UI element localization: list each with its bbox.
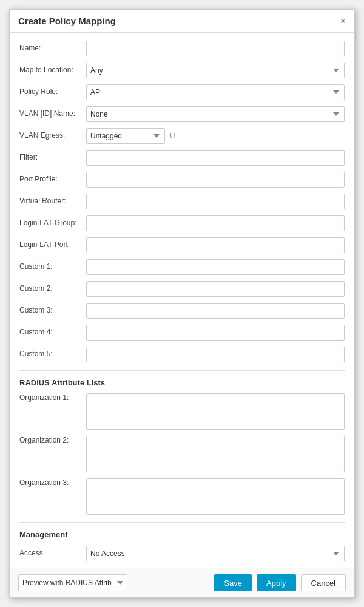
virtual-router-row: Virtual Router:	[19, 193, 345, 210]
custom3-row: Custom 3:	[19, 302, 345, 319]
custom4-input[interactable]	[86, 325, 345, 341]
custom4-label: Custom 4:	[19, 328, 86, 337]
virtual-router-label: Virtual Router:	[19, 197, 86, 206]
org3-label: Organization 3:	[19, 478, 86, 488]
custom2-label: Custom 2:	[19, 284, 86, 294]
login-lat-port-row: Login-LAT-Port:	[19, 237, 345, 254]
close-button[interactable]: ×	[340, 16, 346, 26]
radius-section-title: RADIUS Attribute Lists	[19, 378, 345, 387]
org2-row: Organization 2:	[19, 436, 345, 472]
port-profile-label: Port Profile:	[19, 175, 86, 185]
section-divider-2	[19, 522, 345, 523]
policy-role-label: Policy Role:	[19, 87, 86, 97]
login-lat-group-label: Login-LAT-Group:	[19, 219, 86, 228]
org3-row: Organization 3:	[19, 478, 345, 515]
custom3-label: Custom 3:	[19, 306, 86, 316]
login-lat-port-input[interactable]	[86, 237, 345, 253]
apply-button[interactable]: Apply	[257, 574, 296, 591]
vlan-id-name-select[interactable]: None	[86, 106, 345, 122]
custom5-label: Custom 5:	[19, 350, 86, 359]
port-profile-row: Port Profile:	[19, 171, 345, 188]
custom1-row: Custom 1:	[19, 259, 345, 276]
save-button[interactable]: Save	[214, 574, 252, 591]
custom5-input[interactable]	[86, 347, 345, 362]
vlan-egress-controls: Untagged U	[86, 128, 175, 144]
map-to-location-row: Map to Location: Any	[19, 62, 345, 79]
policy-role-row: Policy Role: AP	[19, 84, 345, 101]
cancel-button[interactable]: Cancel	[301, 574, 346, 591]
management-section-title: Management	[19, 530, 345, 539]
name-row: Name:	[19, 40, 345, 57]
create-policy-mapping-dialog: Create Policy Mapping × Name: Map to Loc…	[9, 9, 355, 598]
org1-textarea[interactable]	[86, 393, 345, 430]
dialog-title: Create Policy Mapping	[18, 16, 116, 26]
section-divider-1	[19, 370, 345, 371]
custom2-row: Custom 2:	[19, 280, 345, 297]
vlan-id-name-label: VLAN [ID] Name:	[19, 109, 86, 119]
access-label: Access:	[19, 549, 86, 558]
dialog-footer: Preview with RADIUS Attributes Save Appl…	[10, 568, 354, 597]
map-to-location-label: Map to Location:	[19, 66, 86, 75]
vlan-id-name-row: VLAN [ID] Name: None	[19, 106, 345, 123]
vlan-egress-row: VLAN Egress: Untagged U	[19, 127, 345, 144]
dialog-body: Name: Map to Location: Any Policy Role: …	[10, 33, 354, 568]
org1-row: Organization 1:	[19, 393, 345, 430]
access-select[interactable]: No Access	[86, 546, 345, 561]
org2-label: Organization 2:	[19, 436, 86, 446]
filter-row: Filter:	[19, 149, 345, 166]
access-row: Access: No Access	[19, 545, 345, 562]
custom1-label: Custom 1:	[19, 262, 86, 272]
dialog-header: Create Policy Mapping ×	[10, 10, 354, 33]
filter-input[interactable]	[86, 150, 345, 166]
policy-role-select[interactable]: AP	[86, 84, 345, 100]
footer-preview: Preview with RADIUS Attributes	[18, 574, 209, 591]
port-profile-input[interactable]	[86, 172, 345, 188]
custom2-input[interactable]	[86, 281, 345, 297]
map-to-location-select[interactable]: Any	[86, 63, 345, 78]
org1-label: Organization 1:	[19, 393, 86, 403]
name-label: Name:	[19, 44, 86, 53]
custom5-row: Custom 5:	[19, 346, 345, 363]
login-lat-group-row: Login-LAT-Group:	[19, 215, 345, 232]
filter-label: Filter:	[19, 153, 86, 163]
login-lat-port-label: Login-LAT-Port:	[19, 240, 86, 250]
custom3-input[interactable]	[86, 303, 345, 319]
vlan-u-label: U	[170, 132, 175, 140]
org2-textarea[interactable]	[86, 436, 345, 472]
custom4-row: Custom 4:	[19, 324, 345, 341]
custom1-input[interactable]	[86, 259, 345, 275]
vlan-egress-label: VLAN Egress:	[19, 131, 86, 141]
org3-textarea[interactable]	[86, 478, 345, 515]
login-lat-group-input[interactable]	[86, 215, 345, 231]
vlan-egress-select[interactable]: Untagged	[86, 128, 165, 144]
preview-select[interactable]: Preview with RADIUS Attributes	[18, 574, 127, 591]
virtual-router-input[interactable]	[86, 194, 345, 209]
name-input[interactable]	[86, 41, 345, 56]
